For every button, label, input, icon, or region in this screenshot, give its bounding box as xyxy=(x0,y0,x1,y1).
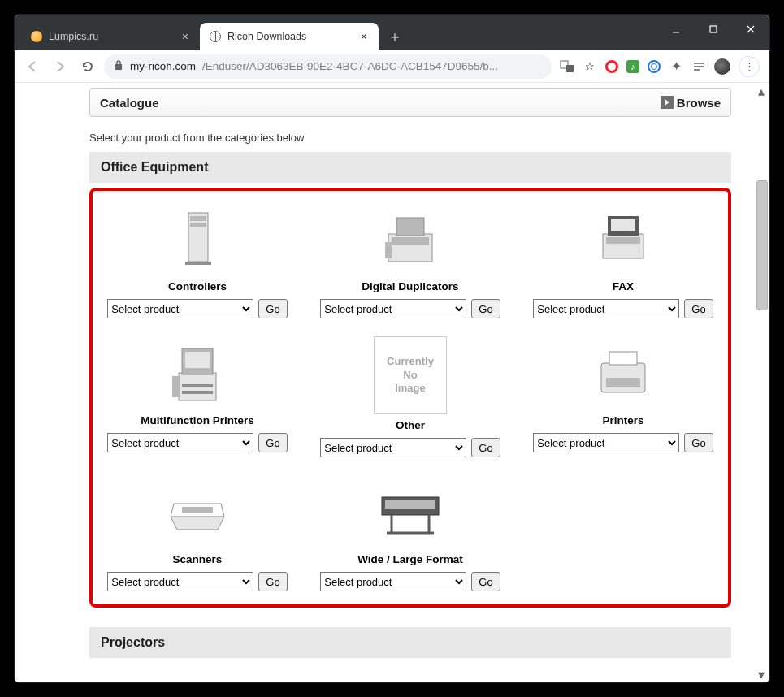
titlebar: Lumpics.ru × Ricoh Downloads × ＋ xyxy=(15,15,769,50)
catalogue-title: Catalogue xyxy=(100,96,159,110)
svg-rect-15 xyxy=(396,218,424,236)
toolbar-icons: ☆ ♪ ✦ ⋮ xyxy=(557,56,763,77)
extensions-icon[interactable]: ✦ xyxy=(669,59,683,74)
svg-rect-4 xyxy=(115,64,122,70)
category-label: Wide / Large Format xyxy=(357,553,463,565)
select-row: Select productGo xyxy=(107,299,287,318)
svg-rect-33 xyxy=(385,500,435,509)
tab-title: Ricoh Downloads xyxy=(227,31,306,42)
select-row: Select productGo xyxy=(107,572,287,591)
go-button[interactable]: Go xyxy=(471,572,500,591)
browse-button[interactable]: Browse xyxy=(661,96,721,110)
star-icon[interactable]: ☆ xyxy=(583,59,597,74)
close-tab-icon[interactable]: × xyxy=(180,30,190,43)
go-button[interactable]: Go xyxy=(684,299,713,318)
select-row: Select productGo xyxy=(533,299,713,318)
kebab-menu-icon[interactable]: ⋮ xyxy=(739,56,760,77)
profile-avatar[interactable] xyxy=(714,58,730,75)
translate-icon[interactable] xyxy=(560,59,574,74)
go-button[interactable]: Go xyxy=(258,572,287,591)
svg-rect-17 xyxy=(385,242,392,258)
product-select[interactable]: Select product xyxy=(107,433,253,452)
svg-rect-29 xyxy=(609,352,637,365)
category-cell: FAXSelect productGo xyxy=(523,202,723,318)
category-cell: PrintersSelect productGo xyxy=(523,336,723,457)
window-controls xyxy=(657,15,769,44)
scroll-down-button[interactable]: ▾ xyxy=(755,668,768,681)
product-select[interactable]: Select product xyxy=(107,572,253,591)
category-cell: Digital DuplicatorsSelect productGo xyxy=(310,202,510,318)
reload-button[interactable] xyxy=(76,55,99,78)
scroll-up-button[interactable]: ▴ xyxy=(755,84,768,97)
scrollbar-thumb[interactable] xyxy=(756,180,768,310)
category-label: Digital Duplicators xyxy=(362,280,458,292)
close-tab-icon[interactable]: × xyxy=(359,30,369,43)
maximize-button[interactable] xyxy=(695,15,732,44)
category-image xyxy=(362,475,459,548)
tab-ricoh-downloads[interactable]: Ricoh Downloads × xyxy=(200,23,379,50)
catalogue-bar: Catalogue Browse xyxy=(89,88,731,117)
select-row: Select productGo xyxy=(533,433,713,452)
go-button[interactable]: Go xyxy=(258,299,287,318)
select-row: Select productGo xyxy=(320,572,500,591)
svg-rect-25 xyxy=(172,376,180,397)
tab-strip: Lumpics.ru × Ricoh Downloads × ＋ xyxy=(15,21,406,50)
svg-rect-20 xyxy=(611,219,635,231)
highlighted-region: ControllersSelect productGoDigital Dupli… xyxy=(89,188,731,608)
category-label: Printers xyxy=(602,414,643,426)
product-select[interactable]: Select product xyxy=(533,299,679,318)
product-select[interactable]: Select product xyxy=(107,299,253,318)
instruction-text: Select your product from the categories … xyxy=(89,132,731,144)
product-select[interactable]: Select product xyxy=(320,299,466,318)
svg-rect-11 xyxy=(190,216,206,221)
category-cell: Wide / Large FormatSelect productGo xyxy=(310,475,510,591)
opera-extension-icon[interactable] xyxy=(605,60,618,73)
forward-button[interactable] xyxy=(49,55,71,78)
category-image xyxy=(149,475,246,548)
category-image xyxy=(149,202,246,275)
category-label: Scanners xyxy=(173,553,223,565)
close-window-button[interactable] xyxy=(732,15,769,44)
tab-title: Lumpics.ru xyxy=(49,31,98,42)
minimize-button[interactable] xyxy=(657,15,695,44)
go-button[interactable]: Go xyxy=(684,433,713,452)
category-cell: CurrentlyNoImageOtherSelect productGo xyxy=(310,336,510,457)
browse-label: Browse xyxy=(677,96,721,110)
lock-icon xyxy=(114,59,123,73)
favicon-globe-icon xyxy=(210,31,221,42)
category-cell: Multifunction PrintersSelect productGo xyxy=(97,336,297,457)
product-select[interactable]: Select product xyxy=(320,438,466,457)
select-row: Select productGo xyxy=(320,438,500,457)
select-row: Select productGo xyxy=(107,433,287,452)
url-host: my-ricoh.com xyxy=(130,60,196,72)
category-label: Other xyxy=(396,419,425,431)
category-label: Multifunction Printers xyxy=(141,414,254,426)
section-projectors: Projectors xyxy=(89,627,731,658)
go-button[interactable]: Go xyxy=(471,438,500,457)
category-image xyxy=(574,202,672,275)
product-select[interactable]: Select product xyxy=(533,433,679,452)
svg-rect-27 xyxy=(182,391,213,394)
product-select[interactable]: Select product xyxy=(320,572,466,591)
url-path: /Enduser/AD3063EB-90E2-4BC7-A6DC-ACB1547… xyxy=(202,60,498,72)
music-extension-icon[interactable]: ♪ xyxy=(626,60,639,73)
svg-rect-1 xyxy=(710,26,717,32)
category-cell: ControllersSelect productGo xyxy=(97,202,297,318)
address-bar: my-ricoh.com/Enduser/AD3063EB-90E2-4BC7-… xyxy=(15,50,769,83)
reading-list-icon[interactable] xyxy=(691,59,706,74)
category-image xyxy=(574,336,672,409)
favicon-lumpics xyxy=(31,31,42,42)
svg-rect-16 xyxy=(392,237,429,245)
category-image xyxy=(362,202,459,275)
back-button[interactable] xyxy=(21,55,44,78)
go-button[interactable]: Go xyxy=(471,299,500,318)
svg-rect-31 xyxy=(182,507,213,513)
svg-rect-26 xyxy=(182,384,213,387)
tab-lumpics[interactable]: Lumpics.ru × xyxy=(21,23,200,50)
globe-extension-icon[interactable] xyxy=(648,60,661,73)
go-button[interactable]: Go xyxy=(258,433,287,452)
new-tab-button[interactable]: ＋ xyxy=(383,25,406,48)
browser-window: Lumpics.ru × Ricoh Downloads × ＋ my-rico… xyxy=(15,15,769,682)
url-field[interactable]: my-ricoh.com/Enduser/AD3063EB-90E2-4BC7-… xyxy=(104,54,552,79)
svg-rect-12 xyxy=(190,223,206,227)
